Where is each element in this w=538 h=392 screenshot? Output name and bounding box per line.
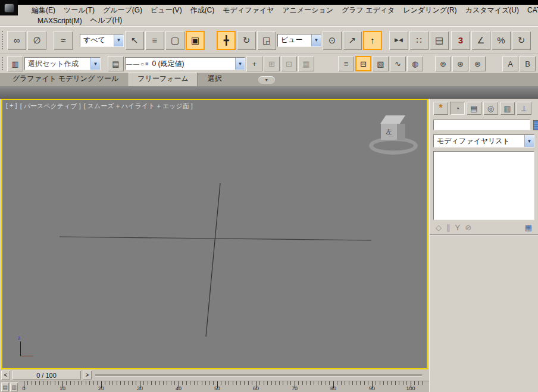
time-slider-groove[interactable] (95, 374, 422, 376)
pin-stack-icon[interactable]: ◇ (436, 223, 442, 232)
viewcube-side-face[interactable] (397, 124, 405, 140)
reference-coordinate-dropdown[interactable]: ビュー ▼ (277, 34, 321, 47)
select-and-link-button[interactable]: ∞ (7, 31, 26, 50)
mirror-icon: ▶◀ (395, 37, 403, 43)
schematic-view-button[interactable]: ◍ (407, 56, 423, 71)
use-pivot-center-button[interactable]: ⊙ (323, 31, 342, 50)
curve-editor-button[interactable]: ∿ (390, 56, 406, 71)
menu-tools[interactable]: ツール(T) (60, 5, 99, 16)
viewcube-top-face[interactable] (380, 115, 405, 124)
menu-graph-editors[interactable]: グラフ エディタ (337, 5, 399, 16)
ribbon-tab-freeform[interactable]: フリーフォーム (129, 72, 197, 86)
select-object-button[interactable]: ↖ (125, 31, 144, 50)
menu-edit[interactable]: 編集(E) (27, 5, 60, 16)
layer-manager-button[interactable]: ▤ (430, 31, 449, 50)
angle-snap-button[interactable]: ∠ (471, 31, 490, 50)
track-bar[interactable]: ▤ ▥ 0 10 20 30 40 50 60 70 80 90 100 (0, 381, 429, 392)
align-button[interactable]: ∷ (409, 31, 428, 50)
dropdown-arrow-icon[interactable]: ▼ (114, 35, 123, 46)
tab-create[interactable]: * (433, 102, 448, 115)
quick-render-button[interactable]: ⊜ (470, 56, 486, 71)
window-crossing-toggle[interactable]: ▣ (186, 31, 205, 50)
edit-named-selection-sets-button[interactable]: ▥ (7, 56, 23, 71)
tab-utilities[interactable]: ⊥ (517, 102, 531, 115)
toggle-ribbon-button[interactable]: ≡ (338, 56, 354, 71)
menu-cat[interactable]: CAT (523, 5, 538, 15)
unlink-selection-button[interactable]: ∅ (27, 31, 46, 50)
mini-listener-button[interactable]: ▤ (1, 382, 9, 391)
dropdown-arrow-icon[interactable]: ▼ (90, 58, 100, 70)
motion-icon: ◎ (487, 104, 494, 113)
menu-group[interactable]: グループ(G) (99, 5, 146, 16)
percent-snap-button[interactable]: % (492, 31, 511, 50)
modify-arc-icon: ◔ (455, 104, 460, 113)
render-preset-a-button[interactable]: A (502, 56, 518, 71)
select-and-manipulate-button[interactable]: ↗ (343, 31, 362, 50)
object-name-input[interactable] (433, 120, 530, 130)
toolbar-drag-handle[interactable] (2, 31, 4, 50)
rect-region-icon: ▢ (171, 36, 179, 45)
menu-create[interactable]: 作成(C) (186, 5, 219, 16)
menu-animation[interactable]: アニメーション (278, 5, 337, 16)
application-menu-button[interactable] (0, 0, 18, 15)
select-by-name-button[interactable]: ≡ (145, 31, 164, 50)
material-editor-button[interactable]: ⊛ (452, 56, 468, 71)
dropdown-arrow-icon[interactable]: ▼ (311, 35, 321, 46)
set-current-layer-button[interactable]: ▦ (298, 56, 314, 71)
viewport-general-menu[interactable]: [ + ] (6, 102, 17, 111)
spinner-snap-button[interactable]: ↻ (512, 31, 531, 50)
previous-frame-button[interactable]: < (1, 371, 10, 380)
add-selection-to-layer-button[interactable]: ⊞ (264, 56, 280, 71)
viewcube[interactable]: 左 (368, 115, 418, 155)
tab-display[interactable]: ▥ (500, 102, 515, 115)
render-preset-b-button[interactable]: B (520, 56, 536, 71)
menu-customize[interactable]: カスタマイズ(U) (461, 5, 523, 16)
menu-views[interactable]: ビュー(V) (146, 5, 186, 16)
time-slider-track[interactable]: < 0 / 100 > (0, 369, 429, 381)
dropdown-arrow-icon[interactable]: ▼ (235, 58, 245, 70)
object-color-swatch[interactable] (533, 120, 538, 130)
create-new-layer-button[interactable]: + (246, 56, 262, 71)
current-layer-dropdown[interactable]: — — ○ ■ 0 (既定値) ▼ (125, 57, 245, 70)
ribbon-tab-graphite-modeling[interactable]: グラファイト モデリング ツール (4, 72, 127, 86)
mirror-button[interactable]: ▶◀ (389, 31, 408, 50)
perspective-viewport[interactable]: [ + ] [ パースペクティブ ] [ スムーズ + ハイライト + エッジ面… (1, 99, 428, 369)
track-bar-filter-button[interactable]: ▥ (10, 382, 18, 391)
remove-modifier-icon[interactable]: ⊘ (465, 223, 471, 232)
selection-filter-dropdown[interactable]: すべて ▼ (80, 34, 124, 47)
keyboard-override-toggle[interactable]: ↑ (363, 31, 382, 50)
make-unique-icon[interactable]: Y (455, 223, 461, 232)
open-explorer-button[interactable]: ⊟ (355, 56, 371, 71)
viewport-pov-menu[interactable]: [ パースペクティブ ] (20, 102, 81, 111)
ribbon-minimize-button[interactable]: ▾ (258, 76, 275, 84)
show-end-result-icon[interactable]: ∥ (446, 223, 451, 232)
modifier-list-dropdown[interactable]: モディファイヤリスト ▼ (433, 134, 534, 148)
layer-list-button[interactable]: ▤ (108, 56, 124, 71)
select-and-scale-button[interactable]: ◲ (257, 31, 276, 50)
named-selection-sets-dropdown[interactable]: 選択セット作成 ▼ (24, 57, 101, 70)
select-and-move-button[interactable]: ╋ (217, 31, 236, 50)
modifier-stack-list[interactable] (433, 151, 534, 220)
tab-motion[interactable]: ◎ (483, 102, 498, 115)
dropdown-arrow-icon[interactable]: ▼ (524, 135, 534, 147)
menu-modifiers[interactable]: モディファイヤ (218, 5, 278, 16)
toolbar-drag-handle[interactable] (2, 57, 4, 70)
viewport-shading-menu[interactable]: [ スムーズ + ハイライト + エッジ面 ] (84, 102, 193, 111)
rendered-frame-window-button[interactable]: ▧ (373, 56, 389, 71)
menu-maxscript[interactable]: MAXScript(M) (33, 16, 86, 26)
tab-modify[interactable]: ◔ (450, 102, 465, 115)
render-setup-button[interactable]: ⊚ (435, 56, 451, 71)
viewcube-left-face[interactable]: 左 (381, 124, 397, 140)
time-slider-button[interactable]: 0 / 100 (12, 371, 81, 380)
bind-to-space-warp-button[interactable]: ≈ (54, 31, 73, 50)
snap-toggle-3d-button[interactable]: 3 (451, 31, 470, 50)
next-frame-button[interactable]: > (83, 371, 92, 380)
selection-region-button[interactable]: ▢ (165, 31, 184, 50)
select-objects-in-layer-button[interactable]: ⊡ (281, 56, 297, 71)
configure-modifier-sets-icon[interactable]: ▦ (525, 223, 532, 232)
menu-rendering[interactable]: レンダリング(R) (399, 5, 461, 16)
menu-help[interactable]: ヘルプ(H) (86, 15, 127, 26)
tab-hierarchy[interactable]: ▤ (467, 102, 481, 115)
ribbon-tab-selection[interactable]: 選択 (199, 72, 231, 86)
select-and-rotate-button[interactable]: ↻ (237, 31, 256, 50)
